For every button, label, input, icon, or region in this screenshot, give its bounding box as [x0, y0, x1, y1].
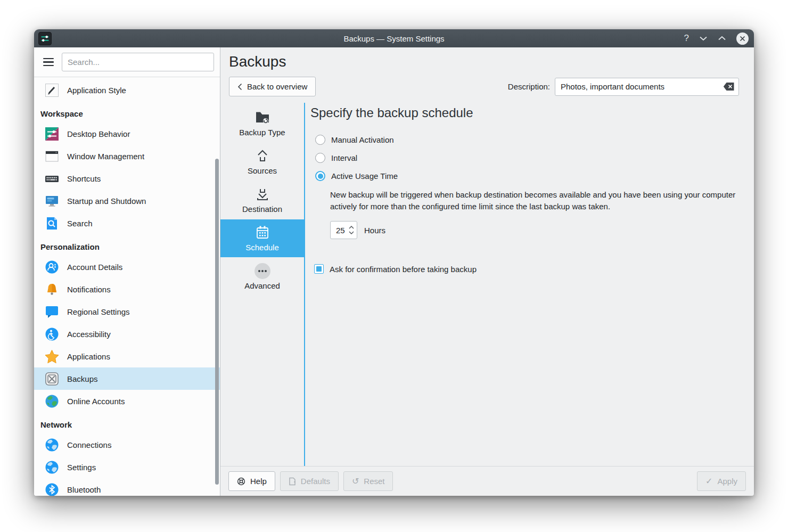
sidebar-item-shortcuts[interactable]: Shortcuts [34, 167, 220, 190]
close-button[interactable] [736, 32, 749, 45]
bluetooth-icon [45, 482, 59, 496]
apply-button[interactable]: ✓ Apply [697, 471, 746, 491]
radio-button[interactable] [315, 135, 325, 145]
sidebar-item-search[interactable]: Search [34, 212, 220, 234]
chevron-left-icon [237, 83, 242, 91]
tab-schedule[interactable]: Schedule [220, 219, 304, 257]
sidebar-item-label: Account Details [67, 263, 122, 272]
sidebar-item-label: Accessibility [67, 330, 111, 339]
description-label: Description: [508, 82, 550, 91]
section-title-network: Network [34, 412, 220, 433]
titlebar-help-button[interactable]: ? [684, 33, 689, 44]
back-to-overview-button[interactable]: Back to overview [229, 77, 316, 96]
clear-text-icon[interactable] [723, 82, 735, 91]
sidebar-item-backups[interactable]: Backups [34, 367, 220, 390]
monitor-icon [45, 194, 59, 208]
sidebar-item-window-management[interactable]: Window Management [34, 145, 220, 167]
tab-label: Sources [248, 166, 277, 175]
keyboard-icon [45, 171, 59, 186]
tab-backup-type[interactable]: Backup Type [220, 104, 304, 142]
sidebar-item-label: Settings [67, 463, 96, 472]
sidebar-item-bluetooth[interactable]: Bluetooth [34, 478, 220, 496]
app-icon [38, 32, 52, 45]
tab-label: Backup Type [239, 128, 285, 137]
radio-label: Active Usage Time [331, 171, 398, 181]
search-document-icon [45, 216, 59, 231]
tab-label: Destination [242, 204, 282, 214]
hamburger-menu-icon[interactable] [43, 58, 54, 67]
radio-label: Manual Activation [331, 135, 394, 144]
sidebar-item-network-settings[interactable]: Settings [34, 456, 220, 478]
tab-advanced[interactable]: Advanced [220, 258, 304, 296]
checkbox-checked[interactable] [314, 264, 324, 274]
main-panel: Backups Back to overview Description: [220, 47, 754, 496]
sidebar-item-label: Notifications [67, 285, 111, 294]
system-settings-window: Backups — System Settings ? [34, 29, 754, 496]
sidebar-item-label: Shortcuts [67, 174, 101, 183]
page-title: Backups [229, 53, 286, 70]
sidebar-item-desktop-behavior[interactable]: Desktop Behavior [34, 122, 220, 145]
backup-reel-icon [45, 372, 59, 386]
globe-green-icon [45, 394, 59, 408]
confirmation-checkbox-row[interactable]: Ask for confirmation before taking backu… [314, 264, 741, 274]
sidebar-item-regional-settings[interactable]: Regional Settings [34, 300, 220, 323]
reset-button[interactable]: ↺ Reset [343, 471, 393, 491]
spin-down-icon[interactable] [349, 231, 354, 234]
backup-config-tabs: Backup Type Sources [220, 103, 305, 466]
checkbox-label: Ask for confirmation before taking backu… [330, 265, 477, 274]
globe-blue-icon [45, 460, 59, 474]
toolbar: Back to overview Description: [220, 71, 754, 103]
sidebar-item-application-style[interactable]: Application Style [34, 79, 220, 101]
radio-manual-activation[interactable]: Manual Activation [315, 135, 741, 145]
radio-label: Interval [331, 153, 357, 162]
user-icon [45, 260, 59, 274]
maximize-up-icon[interactable] [718, 36, 726, 41]
help-button[interactable]: Help [228, 471, 275, 491]
sidebar-item-accessibility[interactable]: Accessibility [34, 323, 220, 345]
sidebar-item-notifications[interactable]: Notifications [34, 278, 220, 300]
hours-value[interactable]: 25 [336, 226, 346, 235]
sidebar-item-label: Search [67, 219, 93, 228]
radio-interval[interactable]: Interval [315, 153, 741, 163]
sidebar-item-account-details[interactable]: Account Details [34, 256, 220, 278]
shade-down-icon[interactable] [699, 36, 708, 41]
schedule-settings: Specify the backup schedule Manual Activ… [305, 103, 754, 466]
ellipsis-icon [253, 262, 272, 280]
hours-spinbox[interactable]: 25 [330, 221, 357, 239]
content-heading: Specify the backup schedule [310, 105, 741, 120]
speech-bubble-icon [45, 305, 59, 319]
sidebar-item-startup-and-shutdown[interactable]: Startup and Shutdown [34, 190, 220, 212]
sidebar-item-label: Bluetooth [67, 485, 101, 494]
sidebar-item-connections[interactable]: Connections [34, 433, 220, 456]
defaults-button[interactable]: Defaults [280, 471, 339, 491]
download-icon [254, 186, 271, 202]
spin-up-icon[interactable] [349, 226, 354, 229]
description-input[interactable] [555, 78, 739, 96]
close-x-icon [740, 36, 745, 42]
radio-active-usage-time[interactable]: Active Usage Time [315, 171, 741, 181]
sidebar-header [34, 47, 220, 77]
radio-button[interactable] [315, 153, 325, 163]
sidebar-item-label: Regional Settings [67, 307, 130, 316]
tab-label: Schedule [245, 243, 279, 252]
tab-destination[interactable]: Destination [220, 181, 304, 219]
pen-icon [45, 83, 59, 97]
sidebar-scrollbar[interactable] [215, 159, 219, 485]
sidebar-item-label: Window Management [67, 152, 144, 161]
search-input[interactable] [62, 53, 214, 71]
hours-spin-row: 25 Hours [330, 221, 741, 239]
sidebar-list: Application Style Workspace Desktop Beha… [34, 77, 220, 496]
desktop-behavior-icon [45, 127, 59, 141]
radio-button-checked[interactable] [315, 171, 325, 181]
section-title-personalization: Personalization [34, 234, 220, 256]
sidebar-item-label: Backups [67, 374, 98, 383]
sidebar-item-applications[interactable]: Applications [34, 345, 220, 367]
calendar-icon [254, 225, 271, 241]
window-icon [45, 149, 59, 163]
help-icon [237, 477, 245, 486]
active-usage-help-text: New backup will be triggered when backup… [330, 189, 741, 212]
tab-sources[interactable]: Sources [220, 143, 304, 181]
sidebar: Application Style Workspace Desktop Beha… [34, 47, 220, 496]
sidebar-item-online-accounts[interactable]: Online Accounts [34, 390, 220, 412]
apply-check-icon: ✓ [705, 477, 712, 486]
